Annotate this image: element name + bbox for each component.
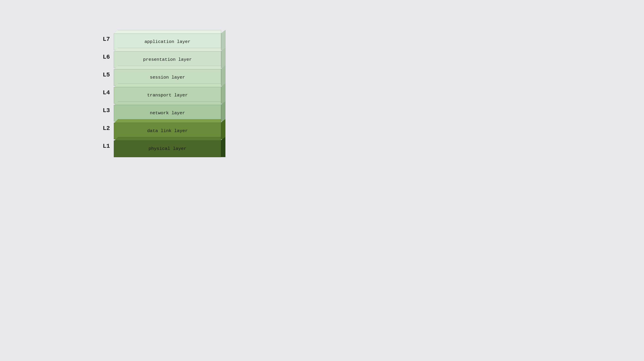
block-3d-l2: data link layer (114, 119, 226, 137)
osi-diagram: L7application layerL6presentation layerL… (96, 26, 226, 155)
block-right-l6 (221, 48, 226, 68)
block-3d-l4: transport layer (114, 84, 226, 102)
block-3d-l7: application layer (114, 30, 226, 48)
block-3d-l3: network layer (114, 101, 226, 120)
layer-row-l7: L7application layer (96, 30, 226, 48)
block-3d-l1: physical layer (114, 137, 226, 155)
block-right-l4 (221, 84, 226, 104)
layer-label-l3: L3 (96, 107, 114, 114)
block-right-l3 (221, 101, 226, 122)
layer-row-l6: L6presentation layer (96, 48, 226, 66)
block-front-l1: physical layer (114, 140, 221, 157)
block-right-l1 (221, 137, 226, 157)
block-right-l5 (221, 66, 226, 86)
layer-row-l2: L2data link layer (96, 119, 226, 137)
layer-row-l5: L5session layer (96, 66, 226, 84)
layer-label-l4: L4 (96, 89, 114, 96)
layer-label-l7: L7 (96, 36, 114, 43)
block-3d-l6: presentation layer (114, 48, 226, 66)
block-right-l2 (221, 119, 226, 139)
block-3d-l5: session layer (114, 66, 226, 84)
block-right-l7 (221, 30, 226, 50)
layer-row-l4: L4transport layer (96, 84, 226, 102)
layer-label-l2: L2 (96, 125, 114, 132)
layer-label-l1: L1 (96, 143, 114, 149)
layer-row-l1: L1physical layer (96, 137, 226, 155)
layer-label-l6: L6 (96, 54, 114, 60)
layer-label-l5: L5 (96, 72, 114, 78)
layer-row-l3: L3network layer (96, 101, 226, 120)
